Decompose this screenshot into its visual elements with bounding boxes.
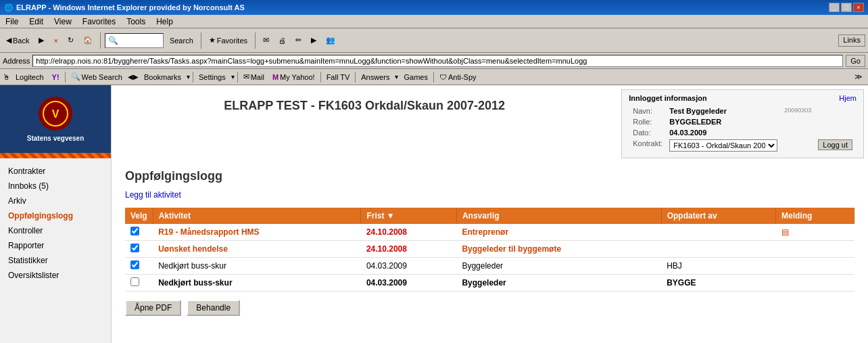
row-checkbox[interactable] [130,244,139,252]
mail-icon-btn[interactable]: ✉ [260,31,272,50]
search-icon: 🔍 [108,36,118,45]
menu-help[interactable]: Help [153,16,176,27]
search-input[interactable] [120,37,160,45]
title-bar: 🌐 ELRAPP - Windows Internet Explorer pro… [0,0,868,15]
row-checkbox[interactable] [130,227,139,235]
fav-separator-5 [355,72,356,83]
behandle-button[interactable]: Behandle [187,300,240,316]
people-icon-btn[interactable]: 👥 [322,31,339,50]
maximize-button[interactable]: □ [841,3,852,12]
fav-fall-tv[interactable]: Fall TV [324,72,353,82]
menu-favorites[interactable]: Favorites [80,16,118,27]
title-bar-controls[interactable]: _ □ × [829,3,864,12]
table-row: Nedkjørt buss-skur04.03.2009ByggelederHB… [125,258,854,275]
logg-ut-button[interactable]: Logg ut [818,139,852,150]
search-button[interactable]: Search [166,31,197,50]
print-icon-btn[interactable]: 🖨 [275,31,289,50]
back-icon: ◀ [6,36,11,45]
close-button[interactable]: × [853,3,864,12]
fav-web-search[interactable]: 🔍 Web Search [68,72,125,82]
logo-emblem: V [39,97,72,131]
th-oppdatert-av[interactable]: Oppdatert av [661,208,775,224]
toolbar: ◀ Back ▶ × ↻ 🏠 🔍 Search ★ Favorites ✉ 🖨 … [0,28,868,53]
forward-button[interactable]: ▶ [35,31,47,50]
th-aktivitet[interactable]: Aktivitet [153,208,361,224]
fav-mail[interactable]: ✉ Mail [241,72,267,82]
fav-logitech[interactable]: Logitech [13,72,47,82]
cell-frist: 24.10.2008 [361,224,457,241]
search-label: Search [170,37,193,45]
add-activity-link[interactable]: Legg til aktivitet [125,190,181,200]
search-box[interactable]: 🔍 [105,33,164,48]
fav-games[interactable]: Games [401,72,430,82]
sidebar-logo: V Statens vegvesen [0,85,111,153]
nav-statistikker[interactable]: Statistikker [0,253,111,268]
hjem-link[interactable]: Hjem [839,94,857,102]
fav-yahoo[interactable]: Y! [49,72,62,82]
nav-oppfolgingslogg[interactable]: Oppfølgingslogg [0,208,111,223]
forward-icon: ▶ [39,36,44,45]
stop-button[interactable]: × [50,31,61,50]
th-frist[interactable]: Frist ▼ [361,208,457,224]
nav-rapporter[interactable]: Rapporter [0,238,111,253]
menu-view[interactable]: View [51,16,74,27]
cell-oppdatert-av: HBJ [661,258,775,275]
apne-pdf-button[interactable]: Åpne PDF [125,300,181,316]
th-ansvarlig[interactable]: Ansvarlig [456,208,661,224]
nav-arkiv[interactable]: Arkiv [0,193,111,208]
logitech-icon: 🖱 [3,73,10,81]
nav-innboks[interactable]: Innboks (5) [0,179,111,193]
fav-extra[interactable]: ≫ [852,72,865,82]
fav-separator-2 [193,72,193,83]
table-row: Uønsket hendelse24.10.2008Byggeleder til… [125,241,854,258]
th-melding[interactable]: Melding [776,208,854,224]
fav-anti-spy[interactable]: 🛡 Anti-Spy [437,72,479,82]
go-button[interactable]: Go [846,55,865,67]
cell-aktivitet: Uønsket hendelse [153,241,361,258]
cell-ansvarlig: Byggeleder [456,258,661,275]
print-icon: 🖨 [279,37,286,45]
favorites-button[interactable]: ★ Favorites [206,31,251,50]
stop-icon: × [53,37,57,45]
fav-separator-3 [237,72,238,83]
title-bar-text: 🌐 ELRAPP - Windows Internet Explorer pro… [4,3,245,12]
sort-icon: ▼ [387,211,395,221]
menu-edit[interactable]: Edit [26,16,46,27]
media-icon-btn[interactable]: ▶ [308,31,320,50]
menu-tools[interactable]: Tools [124,16,148,27]
nav-kontroller[interactable]: Kontroller [0,223,111,238]
yahoo-icon: Y! [52,73,59,81]
people-icon: 👥 [326,36,335,45]
aktivitet-link[interactable]: Uønsket hendelse [158,244,228,254]
th-velg[interactable]: Velg [125,208,153,224]
refresh-button[interactable]: ↻ [64,31,77,50]
home-button[interactable]: 🏠 [80,31,96,50]
aktivitet-link[interactable]: R19 - Månedsrapport HMS [158,227,259,237]
cell-aktivitet: Nedkjørt buss-skur [153,258,361,275]
favorites-label: Favorites [217,37,247,45]
fav-my-yahoo[interactable]: M My Yahoo! [270,72,318,82]
logo-text: Statens vegvesen [27,135,85,142]
star-icon: ★ [209,36,216,45]
fav-separator [65,72,66,83]
edit-icon-btn[interactable]: ✏ [292,31,305,50]
minimize-button[interactable]: _ [829,3,840,12]
back-button[interactable]: ◀ Back [3,31,32,50]
address-input[interactable] [32,55,843,67]
fav-answers[interactable]: Answers [358,72,392,82]
menu-file[interactable]: File [3,16,21,27]
navn-value: Test Byggeleder [667,106,780,116]
fav-bookmarks[interactable]: Bookmarks [141,72,184,82]
my-yahoo-icon: M [272,73,279,81]
dato-label: Dato: [630,128,665,137]
cell-frist: 24.10.2008 [361,241,457,258]
fav-settings[interactable]: Settings [196,72,228,82]
nav-kontrakter[interactable]: Kontrakter [0,164,111,179]
favorites-toolbar: 🖱 Logitech Y! 🔍 Web Search ◀▶ Bookmarks … [0,69,868,85]
row-checkbox[interactable] [130,277,139,286]
row-checkbox[interactable] [130,260,139,269]
links-button[interactable]: Links [838,35,865,47]
nav-oversiktslister[interactable]: Oversiktslister [0,268,111,283]
kontrakt-select[interactable]: FK1603 - Orkdal/Skaun 2007-2012 [669,139,777,152]
back-label: Back [13,37,29,45]
